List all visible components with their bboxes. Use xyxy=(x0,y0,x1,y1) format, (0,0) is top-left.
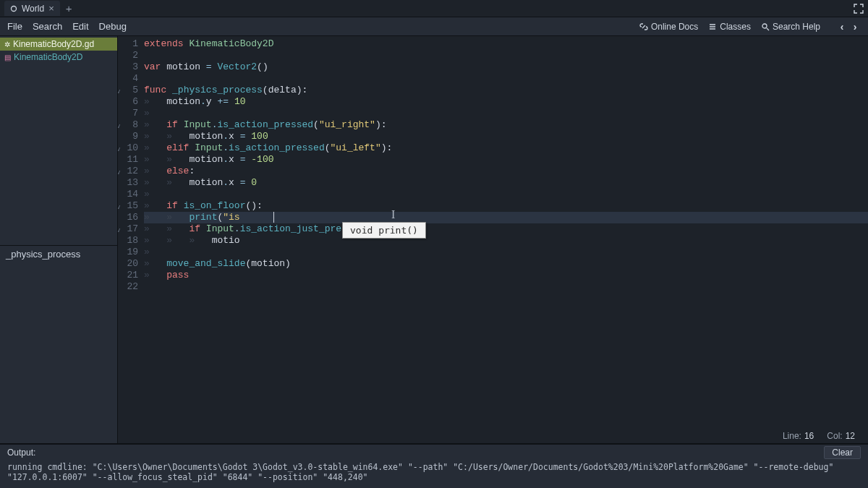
menu-debug[interactable]: Debug xyxy=(99,21,127,32)
code-line[interactable]: func _physics_process(delta): xyxy=(144,85,868,96)
tab-bar: World × + xyxy=(0,0,868,17)
code-line[interactable]: » motion.y += 10 xyxy=(144,96,868,108)
menu-bar: File Search Edit Debug Online Docs Class… xyxy=(0,17,868,36)
code-line[interactable]: extends KinematicBody2D xyxy=(144,38,868,50)
docs-icon: ▤ xyxy=(4,53,11,61)
file-name: KinematicBody2D.gd xyxy=(13,39,94,49)
tab-title: World xyxy=(22,4,44,14)
code-line[interactable]: » » if Input.is_action_just_pressed("ui_… xyxy=(144,223,868,235)
signature-tooltip: void print() xyxy=(342,222,426,239)
code-line[interactable]: » xyxy=(144,108,868,119)
menu-file[interactable]: File xyxy=(7,21,22,32)
code-line[interactable]: » else: xyxy=(144,166,868,177)
code-line[interactable]: » » motion.x = 100 xyxy=(144,131,868,142)
line-value: 16 xyxy=(804,431,814,441)
code-line[interactable] xyxy=(144,73,868,85)
classes-button[interactable]: Classes xyxy=(708,22,751,32)
code-line[interactable]: » pass xyxy=(144,270,868,281)
code-line[interactable]: » xyxy=(144,247,868,258)
symbol-list[interactable]: _physics_process xyxy=(0,246,117,262)
code-line[interactable]: » xyxy=(144,189,868,200)
code-line[interactable] xyxy=(144,50,868,61)
svg-point-1 xyxy=(762,24,767,28)
script-sidebar: ✲ KinematicBody2D.gd ▤ KinematicBody2D _… xyxy=(0,36,118,443)
output-label: Output: xyxy=(7,448,35,458)
ibeam-icon: I xyxy=(391,208,395,221)
menu-search[interactable]: Search xyxy=(33,21,62,32)
script-file-item[interactable]: ✲ KinematicBody2D.gd xyxy=(0,38,117,51)
code-editor[interactable]: 12345v678v910v1112v131415v1617v181920212… xyxy=(118,36,868,443)
gear-icon: ✲ xyxy=(4,40,10,48)
expand-icon[interactable] xyxy=(854,4,864,14)
output-panel: Output: Clear running cmdline: "C:\Users… xyxy=(0,443,868,488)
col-label: Col: xyxy=(827,431,842,441)
code-line[interactable]: » » motion.x = -100 xyxy=(144,154,868,166)
close-icon[interactable]: × xyxy=(48,3,54,14)
code-line[interactable]: » » » motio xyxy=(144,235,868,247)
text-cursor xyxy=(273,212,274,223)
code-line[interactable]: » elif Input.is_action_pressed("ui_left"… xyxy=(144,142,868,154)
line-label: Line: xyxy=(783,431,801,441)
add-tab-icon[interactable]: + xyxy=(66,2,72,14)
script-file-item[interactable]: ▤ KinematicBody2D xyxy=(0,51,117,64)
search-help-button[interactable]: Search Help xyxy=(761,22,820,32)
code-line[interactable]: var motion = Vector2() xyxy=(144,61,868,73)
search-icon xyxy=(761,22,770,31)
menu-edit[interactable]: Edit xyxy=(72,21,88,32)
script-file-list: ✲ KinematicBody2D.gd ▤ KinematicBody2D xyxy=(0,36,117,246)
circle-icon xyxy=(10,5,17,12)
code-line[interactable]: » » print("is xyxy=(144,212,868,223)
code-lines[interactable]: extends KinematicBody2Dvar motion = Vect… xyxy=(141,36,868,429)
code-line[interactable]: » move_and_slide(motion) xyxy=(144,258,868,270)
symbol-item[interactable]: _physics_process xyxy=(6,249,80,260)
link-icon xyxy=(639,22,648,31)
file-name: KinematicBody2D xyxy=(14,52,82,62)
scene-tab[interactable]: World × xyxy=(4,1,60,16)
code-line[interactable] xyxy=(144,281,868,293)
online-docs-button[interactable]: Online Docs xyxy=(639,22,698,32)
line-gutter: 12345v678v910v1112v131415v1617v181920212… xyxy=(118,36,141,429)
output-text[interactable]: running cmdline: "C:\Users\Owner\Documen… xyxy=(0,461,868,488)
code-line[interactable]: » if Input.is_action_pressed("ui_right")… xyxy=(144,119,868,131)
svg-point-0 xyxy=(12,6,17,11)
list-icon xyxy=(708,22,717,31)
nav-forward-button[interactable]: › xyxy=(849,20,861,33)
code-line[interactable]: » if is_on_floor(): xyxy=(144,200,868,212)
editor-status-bar: Line:16 Col:12 xyxy=(118,429,868,443)
nav-back-button[interactable]: ‹ xyxy=(836,20,848,33)
clear-button[interactable]: Clear xyxy=(824,446,861,459)
col-value: 12 xyxy=(846,431,855,441)
code-line[interactable]: » » motion.x = 0 xyxy=(144,177,868,189)
